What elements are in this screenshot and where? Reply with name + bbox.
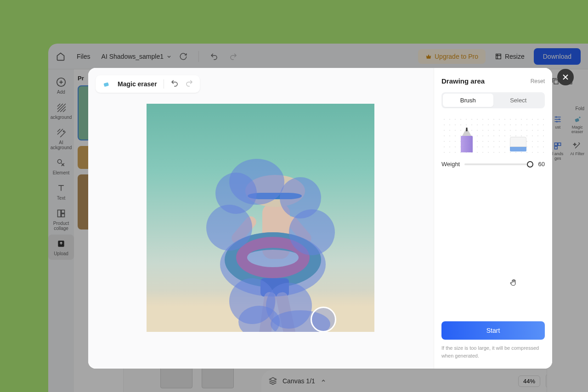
eraser-icon xyxy=(102,79,111,89)
eraser-tool[interactable] xyxy=(510,137,526,153)
divider xyxy=(164,79,164,89)
select-mode-button[interactable]: Select xyxy=(493,94,544,107)
tool-picker xyxy=(441,117,545,153)
weight-control: Weight 60 xyxy=(441,161,545,168)
modal-canvas-area: Magic eraser xyxy=(88,68,434,369)
slider-thumb[interactable] xyxy=(527,161,533,168)
magic-eraser-modal: Magic eraser xyxy=(88,68,552,369)
start-button[interactable]: Start xyxy=(441,321,545,340)
weight-label: Weight xyxy=(441,161,460,168)
pen-tool[interactable] xyxy=(460,128,474,153)
modal-undo-icon[interactable] xyxy=(170,79,179,89)
weight-slider[interactable] xyxy=(464,163,530,165)
modal-title: Magic eraser xyxy=(118,80,157,88)
image-canvas[interactable] xyxy=(147,104,374,332)
modal-settings-panel: Drawing area Reset Brush Select Weight xyxy=(434,68,552,369)
svg-rect-13 xyxy=(103,82,109,87)
reset-button[interactable]: Reset xyxy=(531,78,545,84)
weight-value: 60 xyxy=(535,161,545,168)
modal-toolbar: Magic eraser xyxy=(96,75,200,93)
modal-redo-icon[interactable] xyxy=(185,79,193,89)
close-modal-button[interactable] xyxy=(557,69,574,85)
drawing-area-title: Drawing area xyxy=(441,77,485,85)
close-icon xyxy=(562,74,569,80)
brush-mode-button[interactable]: Brush xyxy=(443,94,493,107)
mode-segmented-control: Brush Select xyxy=(441,92,545,108)
hand-cursor-icon xyxy=(509,278,518,288)
help-text: If the size is too large, it will be com… xyxy=(441,344,545,359)
brush-cursor xyxy=(311,307,336,332)
